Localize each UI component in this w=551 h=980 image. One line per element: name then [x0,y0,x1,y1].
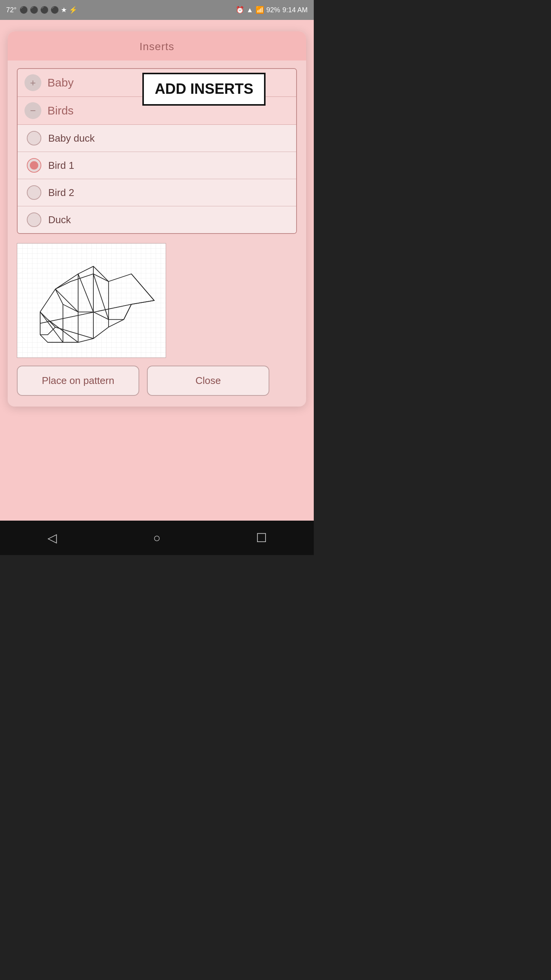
add-inserts-box: ADD INSERTS [142,73,266,106]
category-row-baby[interactable]: + Baby ADD INSERTS [18,69,296,97]
sub-item-label-baby-duck: Baby duck [48,132,95,144]
svg-rect-0 [17,243,165,358]
back-icon: ◁ [47,531,57,545]
birds-collapse-icon[interactable]: − [24,102,41,119]
radio-duck[interactable] [27,212,41,227]
add-inserts-text: ADD INSERTS [155,81,253,97]
nav-back-button[interactable]: ◁ [39,528,66,547]
nav-home-button[interactable]: ○ [143,528,170,547]
preview-area [17,243,297,358]
radio-bird-1[interactable] [27,158,41,173]
status-icons: ⚫ ⚫ ⚫ ⚫ ★ ⚡ [20,6,77,14]
sub-item-label-duck: Duck [48,214,71,226]
main-area: Inserts + Baby ADD INSERTS − Birds [0,20,314,521]
pattern-preview-svg [17,243,166,358]
dialog-body: + Baby ADD INSERTS − Birds [8,60,306,407]
sub-item-duck[interactable]: Duck [18,206,296,233]
sub-item-baby-duck[interactable]: Baby duck [18,125,296,152]
baby-category-label: Baby [47,76,73,89]
baby-expand-icon[interactable]: + [24,74,41,91]
nav-recent-button[interactable]: ☐ [248,528,275,547]
status-left: 72° ⚫ ⚫ ⚫ ⚫ ★ ⚡ [6,6,77,14]
status-right: ⏰ ▲ 📶 92% 9:14 AM [236,6,308,14]
place-on-pattern-button[interactable]: Place on pattern [17,366,139,396]
time-label: 9:14 AM [282,6,308,14]
close-button[interactable]: Close [147,366,269,396]
sub-item-bird-1[interactable]: Bird 1 [18,152,296,179]
dialog-title: Inserts [139,41,174,52]
home-icon: ○ [153,531,160,545]
dialog-header: Inserts [8,31,306,60]
insert-list-container: + Baby ADD INSERTS − Birds [17,68,297,234]
recent-icon: ☐ [256,531,267,545]
wifi-icon: ▲ [246,6,253,14]
sub-items-list: Baby duck Bird 1 Bird 2 [18,125,296,233]
inserts-dialog: Inserts + Baby ADD INSERTS − Birds [8,31,306,407]
bottom-nav: ◁ ○ ☐ [0,521,314,555]
signal-icon: 📶 [256,6,264,14]
preview-canvas [17,243,166,358]
action-buttons: Place on pattern Close [17,366,297,396]
sub-item-label-bird-1: Bird 1 [48,160,74,172]
status-temp: 72° [6,6,16,14]
radio-inner-bird-1 [30,161,38,170]
alarm-icon: ⏰ [236,6,244,14]
radio-baby-duck[interactable] [27,131,41,145]
sub-item-label-bird-2: Bird 2 [48,187,74,199]
sub-item-bird-2[interactable]: Bird 2 [18,179,296,206]
radio-bird-2[interactable] [27,185,41,200]
status-bar: 72° ⚫ ⚫ ⚫ ⚫ ★ ⚡ ⏰ ▲ 📶 92% 9:14 AM [0,0,314,20]
battery-label: 92% [266,6,280,14]
birds-category-label: Birds [47,104,73,117]
